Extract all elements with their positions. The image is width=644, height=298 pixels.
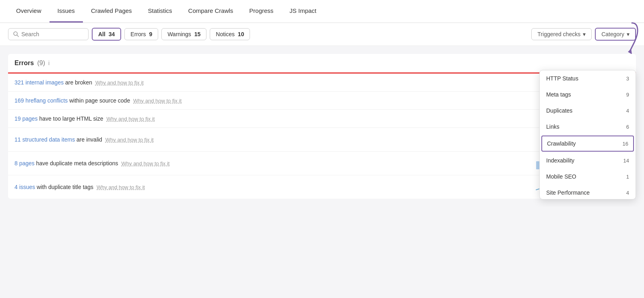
issue-link[interactable]: 8 pages [14, 160, 35, 166]
nav-item-statistics[interactable]: Statistics [140, 0, 180, 23]
why-link[interactable]: Why and how to fix it [95, 80, 144, 86]
issue-text: 169 hreflang conflicts within page sourc… [14, 97, 585, 104]
why-link[interactable]: Why and how to fix it [106, 116, 155, 122]
issue-link[interactable]: 321 internal images [14, 79, 64, 86]
dropdown-item-crawlability[interactable]: Crawlability 16 [541, 136, 634, 152]
search-input[interactable] [21, 31, 83, 37]
issue-text: 8 pages have duplicate meta descriptions… [14, 160, 271, 166]
issue-link[interactable]: 169 hreflang conflicts [14, 97, 68, 104]
nav-item-crawled-pages[interactable]: Crawled Pages [83, 0, 140, 23]
chevron-down-icon: ▾ [627, 31, 630, 37]
nav-item-issues[interactable]: Issues [50, 0, 83, 23]
search-icon [13, 31, 19, 37]
issue-text: 11 structured data items are invalid Why… [14, 136, 289, 143]
filter-notices-button[interactable]: Notices 10 [210, 28, 250, 40]
filter-warnings-button[interactable]: Warnings 15 [161, 28, 206, 40]
category-dropdown[interactable]: Category ▾ [595, 28, 636, 41]
filter-all-button[interactable]: All 34 [92, 28, 121, 41]
nav-item-js-impact[interactable]: JS Impact [281, 0, 324, 23]
dropdown-scroll[interactable]: HTTP Status 3 Meta tags 9 Duplicates 4 L… [540, 70, 636, 199]
dropdown-item-site-performance[interactable]: Site Performance 4 [540, 185, 636, 199]
nav-item-compare-crawls[interactable]: Compare Crawls [180, 0, 242, 23]
toolbar-wrapper: All 34 Errors 9 Warnings 15 Notices 10 T… [0, 23, 644, 46]
triggered-checks-dropdown[interactable]: Triggered checks ▾ [531, 28, 592, 40]
nav-item-progress[interactable]: Progress [241, 0, 281, 23]
category-dropdown-menu: HTTP Status 3 Meta tags 9 Duplicates 4 L… [539, 70, 636, 199]
why-link[interactable]: Why and how to fix it [105, 137, 154, 143]
search-box[interactable] [8, 28, 89, 40]
dropdown-item-mobile-seo[interactable]: Mobile SEO 1 [540, 169, 636, 185]
issue-link[interactable]: 19 pages [14, 115, 38, 122]
toolbar: All 34 Errors 9 Warnings 15 Notices 10 T… [0, 23, 644, 46]
section-title: Errors (9) [14, 60, 45, 67]
info-icon[interactable]: i [48, 60, 50, 66]
why-link[interactable]: Why and how to fix it [97, 184, 145, 190]
issue-link[interactable]: 11 structured data items [14, 136, 75, 143]
why-link[interactable]: Why and how to fix it [133, 98, 182, 104]
nav-bar: Overview Issues Crawled Pages Statistics… [0, 0, 644, 23]
nav-item-overview[interactable]: Overview [8, 0, 50, 23]
issue-text: 19 pages have too large HTML size Why an… [14, 115, 585, 122]
svg-line-1 [17, 35, 19, 37]
dropdown-item-duplicates[interactable]: Duplicates 4 [540, 103, 636, 119]
issue-text: 4 issues with duplicate title tags Why a… [14, 184, 271, 190]
dropdown-item-meta-tags[interactable]: Meta tags 9 [540, 86, 636, 103]
dropdown-item-indexability[interactable]: Indexability 14 [540, 152, 636, 169]
issue-text: 321 internal images are broken Why and h… [14, 79, 585, 86]
dropdown-item-links[interactable]: Links 6 [540, 119, 636, 135]
why-link[interactable]: Why and how to fix it [122, 160, 170, 166]
main-content: Errors (9) i 321 internal images are bro… [0, 46, 644, 207]
issue-link[interactable]: 4 issues [14, 184, 35, 190]
dropdown-item-http-status[interactable]: HTTP Status 3 [540, 70, 636, 86]
chevron-down-icon: ▾ [583, 31, 586, 37]
filter-errors-button[interactable]: Errors 9 [124, 28, 158, 40]
